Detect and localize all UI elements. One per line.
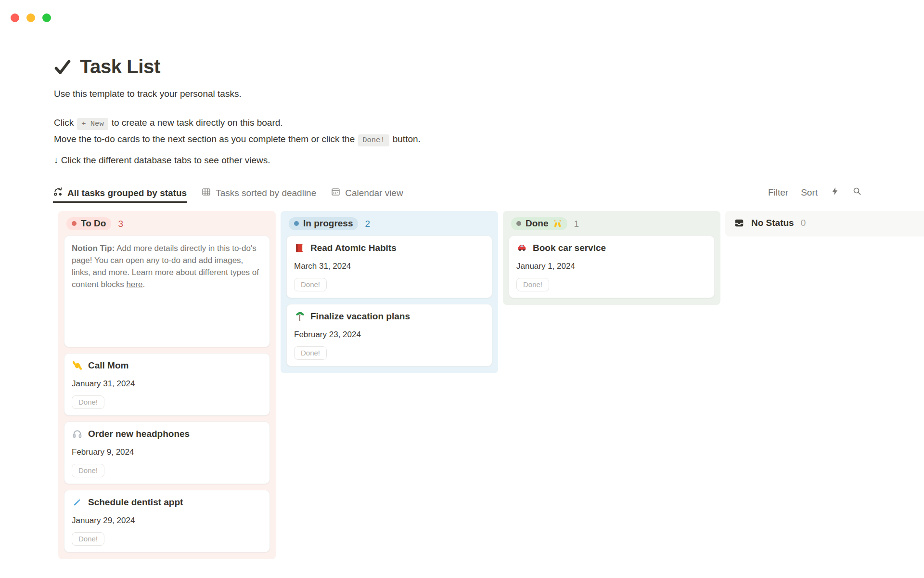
column-done-header: Done 1 bbox=[503, 211, 720, 236]
status-dot-red bbox=[72, 221, 77, 226]
task-date: February 9, 2024 bbox=[72, 447, 262, 457]
page-subtitle: Use this template to track your personal… bbox=[54, 89, 242, 99]
page-header: Task List bbox=[53, 56, 160, 78]
column-in-progress: In progress 2 Read Atomic Habits March 3… bbox=[281, 211, 498, 373]
task-card-read-atomic-habits[interactable]: Read Atomic Habits March 31, 2024 Done! bbox=[286, 236, 492, 298]
task-date: January 1, 2024 bbox=[516, 262, 707, 271]
task-date: January 29, 2024 bbox=[72, 516, 262, 525]
view-tabs-bar: All tasks grouped by status Tasks sorted… bbox=[53, 185, 862, 203]
status-pill-in-progress[interactable]: In progress bbox=[289, 217, 358, 230]
status-dot-blue bbox=[294, 221, 299, 226]
done-button[interactable]: Done! bbox=[72, 395, 104, 409]
red-car-icon bbox=[516, 242, 527, 253]
task-card-schedule-dentist-appt[interactable]: Schedule dentist appt January 29, 2024 D… bbox=[64, 490, 270, 552]
zoom-window-button[interactable] bbox=[42, 13, 51, 22]
column-count: 1 bbox=[574, 219, 579, 229]
done-button[interactable]: Done! bbox=[294, 278, 327, 291]
column-done: Done 1 bbox=[503, 211, 720, 305]
sort-button[interactable]: Sort bbox=[801, 187, 818, 198]
column-no-status-header: No Status 0 bbox=[725, 211, 924, 234]
task-date: March 31, 2024 bbox=[294, 262, 485, 271]
task-date: February 23, 2024 bbox=[294, 330, 485, 340]
task-card-book-car-service[interactable]: Book car service January 1, 2024 Done! bbox=[509, 236, 715, 298]
headphones-icon bbox=[72, 428, 83, 439]
close-window-button[interactable] bbox=[11, 13, 19, 22]
window-controls bbox=[11, 13, 51, 22]
done-button[interactable]: Done! bbox=[72, 464, 104, 477]
lightning-icon[interactable] bbox=[830, 186, 840, 198]
task-card-call-mom[interactable]: Call Mom January 31, 2024 Done! bbox=[64, 353, 270, 416]
minimize-window-button[interactable] bbox=[26, 13, 35, 22]
done-button[interactable]: Done! bbox=[516, 278, 549, 291]
filter-button[interactable]: Filter bbox=[768, 187, 788, 198]
here-link[interactable]: here bbox=[126, 280, 142, 289]
task-title: Finalize vacation plans bbox=[310, 311, 410, 322]
intro-paragraph: Click+ Newto create a new task directly … bbox=[54, 115, 421, 147]
toothbrush-icon bbox=[72, 497, 83, 508]
intro-line-1: Click+ Newto create a new task directly … bbox=[54, 115, 421, 131]
column-to-do: To Do 3 Notion Tip: Add more details dir… bbox=[58, 211, 276, 559]
task-title: Schedule dentist appt bbox=[88, 497, 183, 508]
raising-hands-icon bbox=[553, 219, 562, 228]
done-chip: Done! bbox=[358, 134, 389, 146]
task-title: Book car service bbox=[533, 243, 606, 253]
calendar-icon bbox=[331, 187, 341, 199]
done-button[interactable]: Done! bbox=[294, 346, 327, 360]
page-title: Task List bbox=[80, 56, 160, 78]
red-book-icon bbox=[294, 242, 305, 253]
status-pill-done[interactable]: Done bbox=[511, 217, 567, 230]
new-button-chip: + New bbox=[77, 118, 108, 130]
table-icon bbox=[201, 187, 211, 199]
no-status-label[interactable]: No Status bbox=[751, 218, 794, 228]
checkmark-icon bbox=[53, 57, 72, 77]
task-title: Order new headphones bbox=[88, 429, 190, 439]
notion-tip-text: Notion Tip: Add more details directly in… bbox=[72, 242, 262, 290]
column-count: 2 bbox=[365, 219, 370, 229]
tab-tasks-sorted-by-deadline[interactable]: Tasks sorted by deadline bbox=[201, 185, 316, 203]
notion-tip-card[interactable]: Notion Tip: Add more details directly in… bbox=[64, 236, 270, 347]
status-pill-to-do[interactable]: To Do bbox=[66, 217, 111, 230]
task-card-finalize-vacation-plans[interactable]: Finalize vacation plans February 23, 202… bbox=[286, 304, 492, 367]
status-dot-gray bbox=[516, 221, 521, 226]
search-icon[interactable] bbox=[852, 186, 862, 198]
done-button[interactable]: Done! bbox=[72, 532, 104, 546]
kanban-board: To Do 3 Notion Tip: Add more details dir… bbox=[58, 211, 924, 559]
view-toolbar: Filter Sort bbox=[768, 185, 862, 203]
column-count: 3 bbox=[118, 219, 123, 229]
intro-line-2: Move the to-do cards to the next section… bbox=[54, 131, 421, 147]
palm-tree-icon bbox=[294, 311, 305, 322]
inbox-tray-icon bbox=[733, 217, 744, 228]
board-status-icon bbox=[53, 187, 63, 199]
task-date: January 31, 2024 bbox=[72, 379, 262, 389]
tab-calendar-view[interactable]: Calendar view bbox=[331, 185, 403, 203]
task-card-order-new-headphones[interactable]: Order new headphones February 9, 2024 Do… bbox=[64, 421, 270, 484]
column-in-progress-header: In progress 2 bbox=[281, 211, 498, 236]
call-me-hand-icon bbox=[72, 360, 83, 371]
intro-line-3: ↓ Click the different database tabs to s… bbox=[54, 155, 270, 166]
column-no-status: No Status 0 bbox=[725, 211, 924, 236]
task-title: Read Atomic Habits bbox=[310, 243, 397, 253]
column-to-do-header: To Do 3 bbox=[58, 211, 276, 236]
column-count: 0 bbox=[801, 218, 806, 228]
task-title: Call Mom bbox=[88, 360, 128, 371]
tab-all-tasks-grouped-by-status[interactable]: All tasks grouped by status bbox=[53, 185, 187, 203]
